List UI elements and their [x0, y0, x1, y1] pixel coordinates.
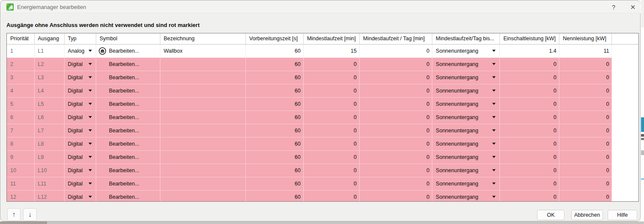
cell-prep-time[interactable]: 60 — [245, 97, 303, 111]
until-dropdown[interactable]: Sonnenuntergang — [432, 44, 500, 57]
cell-designation[interactable] — [160, 190, 245, 202]
cell-nominal-power[interactable]: 0 — [559, 97, 612, 111]
symbol-edit-button[interactable]: Bearbeiten... — [96, 97, 160, 111]
cell-switch-on-power[interactable]: 0 — [500, 111, 559, 124]
until-dropdown[interactable]: Sonnenuntergang — [432, 137, 500, 150]
cell-prep-time[interactable]: 60 — [245, 124, 303, 137]
cell-designation[interactable] — [160, 97, 245, 111]
symbol-edit-button[interactable]: Bearbeiten... — [96, 44, 160, 57]
cell-switch-on-power[interactable]: 0 — [500, 177, 559, 190]
cell-min-runtime[interactable]: 0 — [303, 71, 359, 84]
type-dropdown[interactable]: Digital — [64, 190, 96, 202]
symbol-edit-button[interactable]: Bearbeiten... — [96, 84, 160, 97]
titlebar[interactable]: COMFO Energiemanager bearbeiten ? ✕ — [1, 1, 641, 13]
help-button[interactable]: Hilfe — [608, 210, 637, 220]
until-dropdown[interactable]: Sonnenuntergang — [432, 111, 500, 124]
cell-prep-time[interactable]: 60 — [245, 111, 303, 124]
type-dropdown[interactable]: Digital — [64, 71, 96, 84]
cell-switch-on-power[interactable]: 0 — [500, 57, 559, 71]
until-dropdown[interactable]: Sonnenuntergang — [432, 71, 500, 84]
cell-nominal-power[interactable]: 0 — [559, 71, 612, 84]
help-titlebar-button[interactable]: ? — [607, 1, 620, 13]
cell-designation[interactable] — [160, 57, 245, 71]
type-dropdown[interactable]: Analog — [64, 44, 96, 57]
column-header[interactable]: Nennleistung [kW] — [559, 33, 612, 44]
until-dropdown[interactable]: Sonnenuntergang — [432, 57, 500, 71]
cell-min-runtime-day[interactable]: 0 — [360, 177, 432, 190]
cell-switch-on-power[interactable]: 0 — [500, 150, 559, 164]
move-up-button[interactable]: ↑ — [7, 208, 21, 221]
cell-min-runtime-day[interactable]: 0 — [360, 44, 432, 57]
until-dropdown[interactable]: Sonnenuntergang — [432, 84, 500, 97]
move-down-button[interactable]: ↓ — [23, 208, 37, 221]
close-icon[interactable]: ✕ — [626, 1, 639, 13]
type-dropdown[interactable]: Digital — [64, 137, 96, 150]
type-dropdown[interactable]: Digital — [64, 150, 96, 164]
until-dropdown[interactable]: Sonnenuntergang — [432, 190, 500, 202]
cell-nominal-power[interactable]: 0 — [559, 137, 612, 150]
symbol-edit-button[interactable]: Bearbeiten... — [96, 111, 160, 124]
column-header[interactable]: Priorität — [7, 33, 34, 44]
cell-switch-on-power[interactable]: 0 — [500, 190, 559, 202]
cell-switch-on-power[interactable]: 0 — [500, 97, 559, 111]
cell-prep-time[interactable]: 60 — [245, 190, 303, 202]
cell-designation[interactable] — [160, 84, 245, 97]
cell-min-runtime-day[interactable]: 0 — [360, 164, 432, 177]
cell-prep-time[interactable]: 60 — [245, 57, 303, 71]
cell-designation[interactable] — [160, 111, 245, 124]
cell-designation[interactable] — [160, 177, 245, 190]
until-dropdown[interactable]: Sonnenuntergang — [432, 124, 500, 137]
type-dropdown[interactable]: Digital — [64, 124, 96, 137]
cell-prep-time[interactable]: 60 — [245, 84, 303, 97]
cell-prep-time[interactable]: 60 — [245, 44, 303, 57]
cell-min-runtime[interactable]: 0 — [303, 164, 359, 177]
column-header[interactable]: Bezeichnung — [160, 33, 245, 44]
cell-min-runtime-day[interactable]: 0 — [360, 124, 432, 137]
column-header[interactable]: Typ — [64, 33, 96, 44]
until-dropdown[interactable]: Sonnenuntergang — [432, 164, 500, 177]
type-dropdown[interactable]: Digital — [64, 57, 96, 71]
type-dropdown[interactable]: Digital — [64, 111, 96, 124]
cell-switch-on-power[interactable]: 0 — [500, 164, 559, 177]
column-header[interactable]: Symbol — [96, 33, 160, 44]
cell-switch-on-power[interactable]: 0 — [500, 124, 559, 137]
cell-min-runtime-day[interactable]: 0 — [360, 137, 432, 150]
cell-prep-time[interactable]: 60 — [245, 164, 303, 177]
cell-min-runtime[interactable]: 0 — [303, 177, 359, 190]
cell-min-runtime-day[interactable]: 0 — [360, 111, 432, 124]
symbol-edit-button[interactable]: Bearbeiten... — [96, 164, 160, 177]
cell-min-runtime-day[interactable]: 0 — [360, 71, 432, 84]
symbol-edit-button[interactable]: Bearbeiten... — [96, 71, 160, 84]
column-header[interactable]: Ausgang — [34, 33, 64, 44]
ok-button[interactable]: OK — [537, 210, 564, 220]
column-header[interactable]: Vorbereitungszeit [s] — [245, 33, 303, 44]
symbol-edit-button[interactable]: Bearbeiten... — [96, 190, 160, 202]
cell-designation[interactable] — [160, 71, 245, 84]
cell-nominal-power[interactable]: 0 — [559, 150, 612, 164]
cell-min-runtime-day[interactable]: 0 — [360, 97, 432, 111]
cell-min-runtime[interactable]: 0 — [303, 190, 359, 202]
symbol-edit-button[interactable]: Bearbeiten... — [96, 137, 160, 150]
until-dropdown[interactable]: Sonnenuntergang — [432, 97, 500, 111]
cell-min-runtime[interactable]: 0 — [303, 57, 359, 71]
cell-min-runtime-day[interactable]: 0 — [360, 84, 432, 97]
cell-min-runtime[interactable]: 0 — [303, 150, 359, 164]
cell-prep-time[interactable]: 60 — [245, 71, 303, 84]
cell-prep-time[interactable]: 60 — [245, 137, 303, 150]
cell-designation[interactable] — [160, 164, 245, 177]
cell-designation[interactable] — [160, 150, 245, 164]
cell-min-runtime[interactable]: 0 — [303, 124, 359, 137]
cell-nominal-power[interactable]: 11 — [559, 44, 612, 57]
cell-switch-on-power[interactable]: 0 — [500, 71, 559, 84]
cell-designation[interactable] — [160, 137, 245, 150]
cell-nominal-power[interactable]: 0 — [559, 177, 612, 190]
column-header[interactable]: Mindestlaufzeit [min] — [303, 33, 359, 44]
symbol-edit-button[interactable]: Bearbeiten... — [96, 177, 160, 190]
cell-nominal-power[interactable]: 0 — [559, 111, 612, 124]
cell-switch-on-power[interactable]: 0 — [500, 137, 559, 150]
type-dropdown[interactable]: Digital — [64, 164, 96, 177]
type-dropdown[interactable]: Digital — [64, 84, 96, 97]
until-dropdown[interactable]: Sonnenuntergang — [432, 177, 500, 190]
cell-min-runtime[interactable]: 0 — [303, 97, 359, 111]
symbol-edit-button[interactable]: Bearbeiten... — [96, 150, 160, 164]
